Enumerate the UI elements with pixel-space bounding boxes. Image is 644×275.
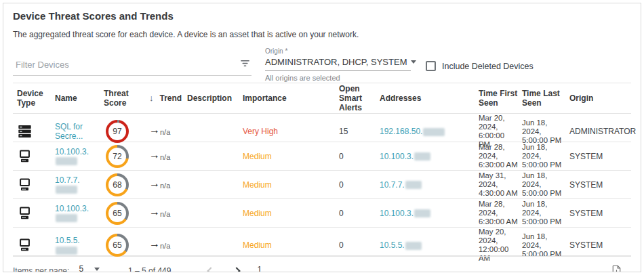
- device-filter-input[interactable]: [14, 59, 240, 70]
- device-name-link[interactable]: SQL for Secre...: [55, 122, 83, 141]
- device-name-link[interactable]: 10.100.3.: [55, 147, 89, 156]
- time-first-seen: Mar 28, 2024, 6:30:00 AM: [479, 200, 522, 226]
- time-first-seen: Mar 28, 2024, 6:30:00 AM: [479, 143, 522, 169]
- device-name-link[interactable]: 10.5.5.: [55, 236, 80, 245]
- trend-cell: →n/a: [141, 151, 187, 162]
- table-row: 10.5.5. 65 →n/a Medium 0 10.5.5. May 20,…: [13, 228, 631, 256]
- table-row: SQL for Secre... 97 →n/a Very High 15 19…: [13, 114, 631, 142]
- origin-select-block: Origin * ADMINISTRATOR, DHCP, SYSTEM All…: [265, 47, 411, 82]
- include-deleted-label: Include Deleted Devices: [442, 62, 534, 71]
- redacted-text: [405, 181, 422, 189]
- threat-score-value: 97: [108, 123, 126, 140]
- col-time-first-seen[interactable]: Time First Seen: [479, 89, 522, 108]
- devices-table: Device Type Name Threat Score ↓ Trend De…: [13, 83, 631, 256]
- device-name-link[interactable]: 10.100.3.: [55, 204, 89, 213]
- trend-flat-arrow-icon: →: [149, 240, 160, 248]
- time-last-seen: Jun 18, 2024, 5:00:00 PM: [522, 232, 569, 259]
- filter-bar: Origin * ADMINISTRATOR, DHCP, SYSTEM All…: [13, 47, 631, 81]
- redacted-text: [56, 157, 77, 165]
- chevron-down-icon: [411, 60, 416, 64]
- items-per-page-select[interactable]: 5: [75, 264, 102, 272]
- previous-page-icon[interactable]: [207, 267, 215, 272]
- col-time-last-seen[interactable]: Time Last Seen: [522, 89, 569, 108]
- server-icon: [17, 124, 51, 139]
- time-last-seen: Jun 18, 2024, 5:00:00 PM: [522, 143, 569, 169]
- redacted-text: [414, 209, 430, 217]
- origin-select[interactable]: ADMINISTRATOR, DHCP, SYSTEM: [265, 55, 411, 71]
- redacted-text: [414, 152, 430, 161]
- threat-score-value: 65: [108, 236, 126, 254]
- range-label: 1 – 5 of 449: [128, 266, 171, 273]
- filter-list-icon[interactable]: [240, 58, 250, 71]
- importance-value: Medium: [243, 209, 339, 218]
- time-last-seen: Jun 18, 2024, 5:00:00 PM: [522, 171, 569, 198]
- origin-value: SYSTEM: [569, 240, 631, 250]
- trend-cell: →n/a: [141, 179, 187, 190]
- open-alerts-count: 15: [339, 127, 380, 136]
- redacted-text: [405, 242, 422, 250]
- threat-score-value: 65: [108, 205, 126, 222]
- address-link[interactable]: 10.100.3.: [380, 209, 414, 218]
- workstation-icon: [17, 238, 51, 253]
- time-last-seen: Jun 18, 2024, 5:00:00 PM: [522, 119, 569, 145]
- col-open-smart-alerts[interactable]: Open Smart Alerts: [339, 84, 380, 112]
- origin-value: ADMINISTRATOR: [569, 127, 640, 136]
- device-threat-panel: Device Threat Scores and Trends The aggr…: [3, 3, 641, 272]
- trend-flat-arrow-icon: →: [149, 126, 160, 134]
- export-report-button[interactable]: [611, 265, 622, 273]
- col-description[interactable]: Description: [187, 93, 243, 103]
- col-name[interactable]: Name: [55, 93, 104, 103]
- address-link[interactable]: 10.100.3.: [380, 152, 414, 161]
- device-name-link[interactable]: 10.7.7.: [55, 175, 80, 185]
- table-row: 10.100.3. 72 →n/a Medium 0 10.100.3. Mar…: [13, 142, 631, 171]
- origin-selected-value: ADMINISTRATOR, DHCP, SYSTEM: [265, 57, 407, 67]
- threat-score-ring: 65: [106, 202, 129, 225]
- redacted-text: [56, 186, 77, 194]
- col-trend[interactable]: ↓ Trend: [141, 93, 187, 103]
- pager: [208, 268, 239, 273]
- col-device-type[interactable]: Device Type: [13, 89, 55, 108]
- table-row: 10.100.3. 65 →n/a Medium 0 10.100.3. Mar…: [13, 199, 631, 228]
- threat-score-ring: 97: [106, 120, 129, 143]
- threat-score-ring: 68: [106, 173, 129, 196]
- importance-value: Medium: [243, 152, 339, 161]
- importance-value: Very High: [243, 127, 339, 136]
- include-deleted-block: Include Deleted Devices: [426, 61, 534, 71]
- time-last-seen: Jun 18, 2024, 5:00:00 PM: [522, 200, 569, 226]
- origin-value: SYSTEM: [569, 152, 631, 161]
- open-alerts-count: 0: [339, 240, 380, 250]
- threat-score-value: 72: [108, 148, 126, 165]
- include-deleted-checkbox[interactable]: [426, 61, 436, 71]
- page-number-box: Pages: 90: [256, 265, 298, 273]
- page-number-input[interactable]: [256, 265, 298, 273]
- col-importance[interactable]: Importance: [243, 93, 339, 103]
- time-first-seen: May 31, 2024, 4:30:00 AM: [479, 171, 522, 198]
- sort-descending-icon[interactable]: ↓: [149, 93, 154, 103]
- trend-flat-arrow-icon: →: [149, 208, 160, 216]
- threat-score-ring: 72: [106, 145, 129, 168]
- address-link[interactable]: 10.5.5.: [380, 240, 405, 250]
- open-alerts-count: 0: [339, 152, 380, 161]
- trend-cell: →n/a: [141, 208, 187, 219]
- chevron-down-icon: [94, 268, 100, 271]
- importance-value: Medium: [243, 240, 339, 250]
- address-link[interactable]: 10.7.7.: [380, 180, 405, 190]
- page-subtitle: The aggregated threat score for each dev…: [13, 30, 631, 39]
- open-alerts-count: 0: [339, 209, 380, 218]
- address-link[interactable]: 192.168.50.: [380, 127, 422, 136]
- col-origin[interactable]: Origin: [569, 93, 631, 103]
- col-trend-label: Trend: [160, 93, 182, 103]
- workstation-icon: [17, 206, 51, 221]
- workstation-icon: [17, 149, 51, 164]
- trend-flat-arrow-icon: →: [149, 151, 160, 159]
- redacted-text: [56, 247, 77, 255]
- items-per-page-value: 5: [79, 264, 83, 272]
- col-threat-score[interactable]: Threat Score: [104, 89, 141, 108]
- threat-score-value: 68: [108, 176, 126, 194]
- trend-value: n/a: [160, 181, 170, 190]
- trend-value: n/a: [160, 209, 170, 219]
- next-page-icon[interactable]: [233, 267, 241, 272]
- table-header-row: Device Type Name Threat Score ↓ Trend De…: [13, 83, 631, 114]
- col-addresses[interactable]: Addresses: [380, 93, 479, 103]
- table-row: 10.7.7. 68 →n/a Medium 0 10.7.7. May 31,…: [13, 171, 631, 199]
